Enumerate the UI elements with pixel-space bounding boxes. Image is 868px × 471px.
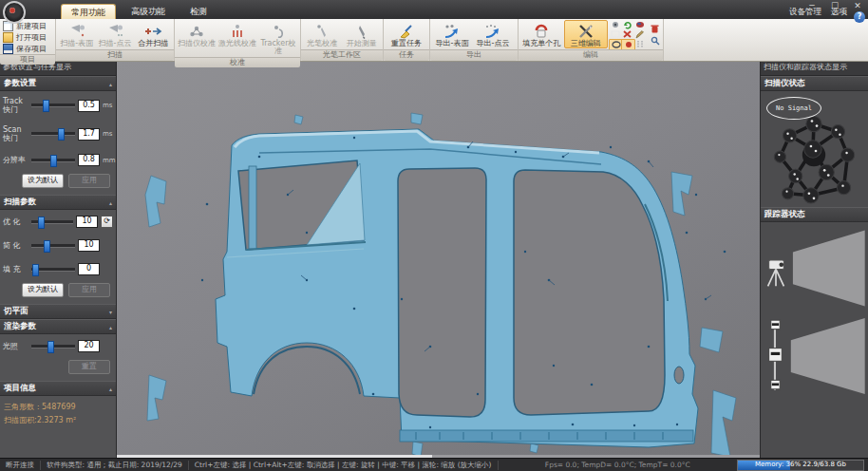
start-measure-button[interactable]: 开始测量 xyxy=(343,20,382,48)
optimize-value[interactable]: 10 xyxy=(76,216,98,228)
section-header-param-settings[interactable]: 参数设置▴ xyxy=(0,76,116,91)
scan-shutter-slider-row: Scan快门 1.7 ms xyxy=(0,125,116,142)
merge-arrows-icon xyxy=(143,22,162,40)
reset-button[interactable]: 重置 xyxy=(68,360,110,374)
simplify-slider-row: 简 化 10 xyxy=(0,239,116,252)
ribbon: 新建项目 打开项目 保存项目 项目 扫描-表面 xyxy=(0,19,868,62)
simplify-slider[interactable] xyxy=(31,244,75,248)
export-cloud-arrow-icon xyxy=(483,22,502,40)
pen-calibration-button[interactable]: 光笔校准 xyxy=(303,20,342,48)
set-default-button[interactable]: 设为默认 xyxy=(22,174,64,188)
collapse-icon: ▾ xyxy=(109,309,112,315)
3d-edit-button[interactable]: 三维编辑 xyxy=(564,20,608,48)
no-signal-overlay: No Signal xyxy=(766,97,821,120)
rocker-sill xyxy=(400,430,693,442)
export-surface-button[interactable]: 导出-表面 xyxy=(432,20,472,48)
fill-single-hole-button[interactable]: 填充单个孔 xyxy=(520,20,563,48)
scanner-status-view: No Signal xyxy=(761,91,868,207)
memory-label: Memory: xyxy=(755,461,783,468)
open-project-label: 打开项目 xyxy=(16,32,47,43)
apply-button[interactable]: 应用 xyxy=(68,174,110,188)
section-header-tracker-status[interactable]: 跟踪器状态 xyxy=(761,207,868,222)
laser-line-calibration-button[interactable]: 激光线校准 xyxy=(217,20,257,56)
fill-value[interactable]: 0 xyxy=(78,263,100,275)
track-shutter-slider[interactable] xyxy=(31,104,75,107)
top-right-menu: 设备管理 选项 xyxy=(789,7,847,18)
visibility-icon[interactable] xyxy=(609,20,621,29)
tracker-calibration-button[interactable]: Tracker校准 xyxy=(258,20,298,56)
group-project: 新建项目 打开项目 保存项目 项目 xyxy=(0,19,56,61)
group-label-edit: 编辑 xyxy=(519,49,663,61)
scan-shutter-value[interactable]: 1.7 xyxy=(78,128,100,141)
save-project-label: 保存项目 xyxy=(16,44,47,54)
lasso-select-icon[interactable] xyxy=(633,20,646,29)
scan-pointcloud-button[interactable]: 扫描-点云 xyxy=(96,20,133,48)
right-panel-title: 扫描仪和跟踪器状态显示 xyxy=(761,61,868,76)
track-shutter-value[interactable]: 0.5 xyxy=(78,100,100,112)
export-arrow-icon xyxy=(443,22,462,40)
help-icon[interactable]: ? xyxy=(854,11,865,23)
resolution-slider-row: 分辨率 0.8 mm xyxy=(0,154,116,166)
edit-pencil-icon[interactable] xyxy=(633,29,646,39)
memory-percent: 36% xyxy=(786,461,802,468)
lighting-value[interactable]: 20 xyxy=(78,340,100,352)
front-door-opening xyxy=(514,170,665,415)
handheld-scanner-icon xyxy=(769,320,783,390)
car-body-scan-model xyxy=(117,62,760,459)
lighting-slider[interactable] xyxy=(31,345,75,349)
titlebar: 常用功能 高级功能 检测 ─ ☐ ✕ 设备管理 选项 xyxy=(0,0,868,19)
tracker-status-view xyxy=(761,222,868,459)
tab-inspection[interactable]: 检测 xyxy=(180,4,217,19)
save-project-button[interactable]: 保存项目 xyxy=(1,44,54,53)
project-info-content: 三角形数：5487699 扫描面积:2.3273 m² xyxy=(0,396,116,432)
section-header-scanner-status[interactable]: 扫描仪状态 xyxy=(761,76,868,91)
refresh-icon[interactable] xyxy=(621,20,633,29)
apply-button-2[interactable]: 应用 xyxy=(68,283,110,297)
optimize-slider[interactable] xyxy=(31,220,73,224)
merge-scan-button[interactable]: 合并扫描 xyxy=(135,20,172,48)
triangle-count-line: 三角形数：5487699 xyxy=(4,401,112,414)
section-header-clip-plane[interactable]: 切平面▾ xyxy=(0,304,116,319)
resolution-value[interactable]: 0.8 xyxy=(78,154,100,166)
app-logo-button[interactable] xyxy=(3,1,26,24)
group-label-scan: 扫描 xyxy=(56,49,174,61)
section-header-project-info[interactable]: 项目信息▴ xyxy=(0,381,116,396)
export-pointcloud-button[interactable]: 导出-点云 xyxy=(473,20,513,48)
scanner-calibration-button[interactable]: 扫描仪校准 xyxy=(177,20,217,56)
target-sphere-icon xyxy=(188,22,205,40)
tab-advanced-functions[interactable]: 高级功能 xyxy=(122,4,175,19)
memory-usage-bar: Memory: 36% 22.9/63.8 Gb xyxy=(737,460,864,471)
scan-surface-button[interactable]: 扫描-表面 xyxy=(58,20,95,48)
rect-select-icon[interactable] xyxy=(609,29,621,39)
delete-selection-icon[interactable] xyxy=(621,29,633,39)
broom-icon xyxy=(398,22,415,40)
reset-task-button[interactable]: 重置任务 xyxy=(386,20,427,48)
recompute-icon[interactable]: ⟳ xyxy=(101,216,113,228)
trash-icon[interactable] xyxy=(649,24,661,33)
menu-options[interactable]: 选项 xyxy=(831,7,847,18)
open-project-button[interactable]: 打开项目 xyxy=(1,32,54,42)
3d-viewport[interactable] xyxy=(117,61,760,459)
resolution-slider[interactable] xyxy=(31,159,75,162)
close-button[interactable]: ✕ xyxy=(851,0,864,12)
set-default-button-2[interactable]: 设为默认 xyxy=(22,283,64,297)
new-project-label: 新建项目 xyxy=(16,21,47,31)
tab-common-functions[interactable]: 常用功能 xyxy=(61,4,116,19)
section-header-scan-params[interactable]: 扫描参数▴ xyxy=(0,195,116,210)
section-header-render-params[interactable]: 渲染参数▴ xyxy=(0,319,116,334)
rear-window-divider xyxy=(249,166,256,249)
menu-device-management[interactable]: 设备管理 xyxy=(789,7,821,18)
scanner-cloud-icon xyxy=(106,22,123,40)
optimize-slider-row: 优 化 10 ⟳ xyxy=(0,216,116,228)
list-options-icon[interactable] xyxy=(633,39,646,48)
fill-slider[interactable] xyxy=(31,268,75,272)
collapse-icon: ▴ xyxy=(109,81,112,87)
collapse-icon: ▴ xyxy=(109,199,112,206)
crossed-tools-icon xyxy=(577,22,594,40)
scan-shutter-slider[interactable] xyxy=(31,132,75,136)
memory-usage: 22.9/63.8 Gb xyxy=(802,461,846,468)
scanner-projector-icon xyxy=(68,22,85,40)
zoom-settings-icon[interactable] xyxy=(649,36,661,46)
simplify-value[interactable]: 10 xyxy=(78,239,100,252)
statusbar: 断开连接 软件狗类型: 通用 ; 截止日期: 2019/12/29 Ctrl+左… xyxy=(0,458,868,471)
